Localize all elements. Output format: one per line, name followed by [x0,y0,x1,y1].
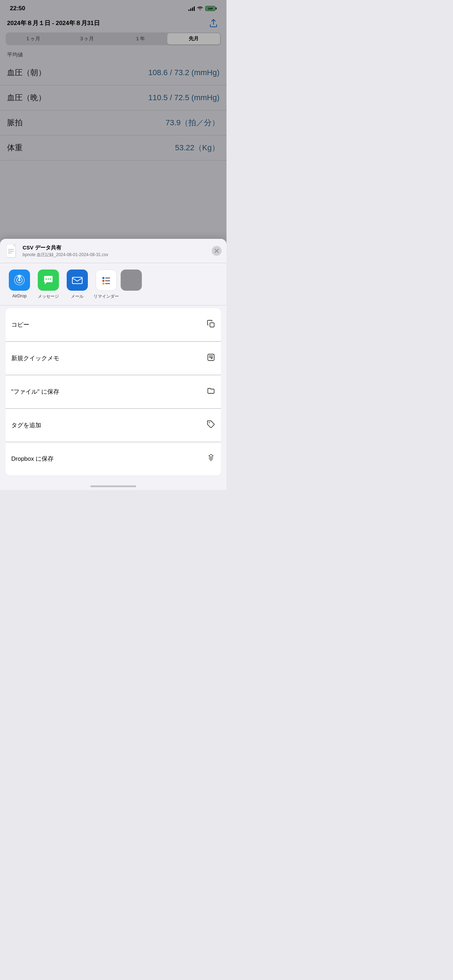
action-copy-label: コピー [11,321,29,329]
app-reminders[interactable]: リマインダー [92,269,121,299]
app-messages[interactable]: メッセージ [34,269,63,299]
messages-label: メッセージ [38,294,59,299]
action-group: コピー 新規クイックメモ [6,308,221,475]
app-partial[interactable]: ジャ [121,269,142,299]
dropbox-icon [207,453,215,464]
action-quick-memo[interactable]: 新規クイックメモ [6,342,221,375]
svg-point-15 [102,283,105,285]
share-info: CSV データ共有 bpnote 血圧記録_2024-08-01-2024-08… [22,245,108,258]
svg-point-13 [102,277,105,279]
app-airdrop[interactable]: AirDrop [5,269,34,299]
app-mail[interactable]: メール [63,269,92,299]
svg-point-8 [18,279,21,281]
home-indicator [0,478,227,490]
airdrop-icon [9,269,30,291]
reminders-icon [95,269,117,291]
svg-point-10 [48,278,49,280]
action-dropbox[interactable]: Dropbox に保存 [6,442,221,475]
action-save-files-label: "ファイル" に保存 [11,388,59,396]
mail-label: メール [71,294,84,299]
partial-app-icon [121,269,142,291]
svg-point-14 [102,280,105,282]
share-filename: bpnote 血圧記録_2024-08-01-2024-08-31.csv [22,252,108,258]
action-add-tag-label: タグを追加 [11,421,41,430]
action-save-files[interactable]: "ファイル" に保存 [6,375,221,409]
action-list: コピー 新規クイックメモ [0,308,227,475]
svg-rect-19 [210,323,214,327]
action-copy[interactable]: コピー [6,308,221,342]
home-bar [90,485,136,487]
add-tag-icon [207,420,215,430]
svg-point-11 [50,278,51,280]
airdrop-label: AirDrop [12,294,27,298]
share-close-button[interactable] [212,246,222,256]
svg-point-9 [46,278,47,280]
action-add-tag[interactable]: タグを追加 [6,409,221,442]
mail-icon [67,269,88,291]
action-quick-memo-label: 新規クイックメモ [11,354,59,362]
messages-icon [38,269,59,291]
reminders-label: リマインダー [94,294,119,299]
svg-rect-12 [72,277,82,284]
share-file-icon [6,244,18,259]
quick-memo-icon [207,353,215,363]
app-icons-row: AirDrop メッセージ メール [0,263,227,305]
share-header: CSV データ共有 bpnote 血圧記録_2024-08-01-2024-08… [0,239,227,263]
save-files-icon [207,387,215,397]
copy-icon [207,320,215,330]
action-dropbox-label: Dropbox に保存 [11,455,54,463]
share-sheet: CSV データ共有 bpnote 血圧記録_2024-08-01-2024-08… [0,239,227,490]
share-title: CSV データ共有 [22,245,108,251]
svg-point-21 [209,422,210,423]
